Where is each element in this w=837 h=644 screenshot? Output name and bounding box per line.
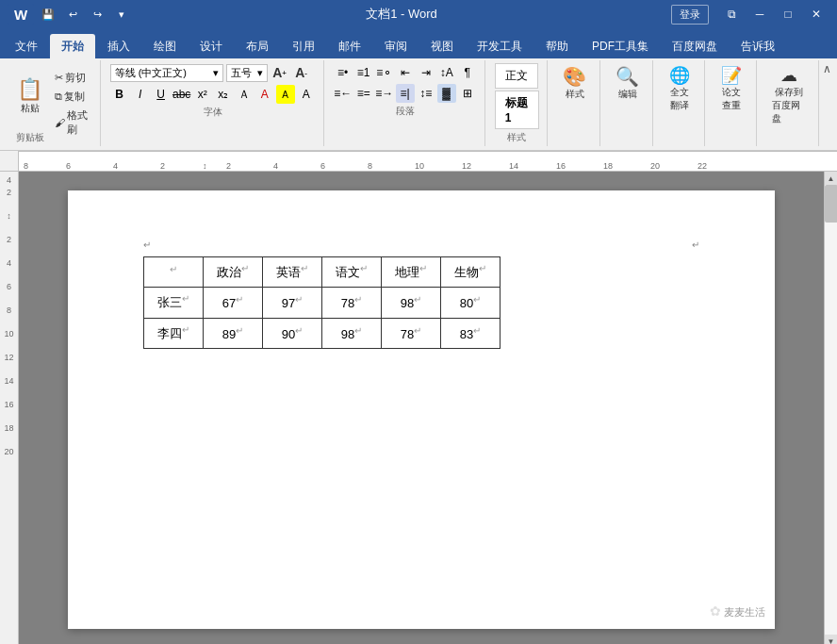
save-section: ☁ 保存到 百度网盘 bbox=[759, 60, 819, 146]
cell-zhangsan-geography[interactable]: 98↵ bbox=[382, 288, 441, 318]
sort-btn[interactable]: ↕A bbox=[437, 63, 456, 82]
paste-icon: 📋 bbox=[17, 77, 42, 102]
tab-developer[interactable]: 开发工具 bbox=[466, 34, 533, 58]
paper-check-btn[interactable]: 📝 论文 查重 bbox=[714, 63, 748, 114]
tab-help[interactable]: 帮助 bbox=[534, 34, 580, 58]
ribbon-collapse-btn[interactable]: ∧ bbox=[823, 62, 831, 75]
redo-quick-btn[interactable]: ↪ bbox=[87, 4, 107, 25]
tab-pdf[interactable]: PDF工具集 bbox=[581, 34, 660, 58]
cell-lisi-english[interactable]: 90↵ bbox=[263, 318, 322, 348]
tab-view[interactable]: 视图 bbox=[419, 34, 465, 58]
table-select-marker: ↵ bbox=[143, 239, 151, 250]
tab-design[interactable]: 设计 bbox=[189, 34, 234, 58]
tab-draw[interactable]: 绘图 bbox=[142, 34, 188, 58]
header-empty[interactable]: ↵ bbox=[144, 257, 204, 288]
multilevel-list-btn[interactable]: ≡⚬ bbox=[375, 63, 394, 82]
cut-button[interactable]: ✂ 剪切 bbox=[52, 70, 92, 86]
tab-review[interactable]: 审阅 bbox=[373, 34, 418, 58]
cell-zhangsan-politics[interactable]: 67↵ bbox=[204, 288, 263, 318]
align-center-btn[interactable]: ≡= bbox=[354, 84, 373, 103]
justify-btn[interactable]: ≡| bbox=[396, 84, 415, 103]
editing-btn[interactable]: 🔍 编辑 bbox=[610, 63, 645, 103]
scroll-down-btn[interactable]: ▼ bbox=[825, 635, 838, 644]
cell-lisi-politics[interactable]: 89↵ bbox=[204, 318, 263, 348]
tab-layout[interactable]: 布局 bbox=[235, 34, 280, 58]
window-options-btn[interactable]: ⧉ bbox=[718, 3, 745, 25]
save-baidu-btn[interactable]: ☁ 保存到 百度网盘 bbox=[766, 63, 811, 127]
cell-zhangsan-biology[interactable]: 80↵ bbox=[441, 288, 501, 318]
save-baidu-icon: ☁ bbox=[780, 65, 797, 86]
header-english[interactable]: 英语↵ bbox=[263, 257, 322, 288]
tab-references[interactable]: 引用 bbox=[281, 34, 326, 58]
tab-baidu[interactable]: 百度网盘 bbox=[661, 34, 729, 58]
scroll-up-btn[interactable]: ▲ bbox=[825, 172, 838, 185]
minimize-btn[interactable]: ─ bbox=[747, 3, 773, 25]
cell-lisi-chinese[interactable]: 98↵ bbox=[322, 318, 382, 348]
login-button[interactable]: 登录 bbox=[671, 5, 709, 25]
maximize-btn[interactable]: □ bbox=[775, 3, 801, 25]
cell-zhangsan-chinese[interactable]: 78↵ bbox=[322, 288, 382, 318]
bullet-list-btn[interactable]: ≡• bbox=[334, 63, 353, 82]
ruler-area: 8 6 4 2 ↕ 2 4 6 8 10 12 14 16 18 20 22 bbox=[0, 151, 837, 172]
tab-file[interactable]: 文件 bbox=[4, 34, 49, 58]
document-page[interactable]: ↵ ↵ ↵ 政治↵ 英语↵ 语文↵ 地理↵ 生物↵ 张三↵ 67↵ 97↵ 78… bbox=[68, 190, 775, 629]
cell-lisi-geography[interactable]: 78↵ bbox=[382, 318, 441, 348]
tab-tellme[interactable]: 告诉我 bbox=[730, 34, 786, 58]
header-politics[interactable]: 政治↵ bbox=[204, 257, 263, 288]
save-quick-btn[interactable]: 💾 bbox=[38, 4, 58, 25]
header-geography[interactable]: 地理↵ bbox=[382, 257, 441, 288]
tab-mailings[interactable]: 邮件 bbox=[327, 34, 372, 58]
font-color-btn[interactable]: A bbox=[255, 85, 274, 104]
align-right-btn[interactable]: ≡→ bbox=[375, 84, 394, 103]
styles-panel-btn[interactable]: 🎨 样式 bbox=[557, 63, 592, 103]
header-biology[interactable]: 生物↵ bbox=[441, 257, 501, 288]
italic-btn[interactable]: I bbox=[131, 85, 150, 104]
translate-icon: 🌐 bbox=[669, 65, 690, 86]
line-spacing-btn[interactable]: ↕≡ bbox=[417, 84, 435, 103]
header-chinese[interactable]: 语文↵ bbox=[322, 257, 382, 288]
customize-quick-btn[interactable]: ▾ bbox=[111, 4, 132, 25]
underline-btn[interactable]: U bbox=[152, 85, 171, 104]
bold-btn[interactable]: B bbox=[110, 85, 129, 104]
decrease-font-btn[interactable]: A- bbox=[292, 63, 311, 82]
font-name-dropdown[interactable]: 等线 (中文正文) ▾ bbox=[110, 64, 223, 82]
show-marks-btn[interactable]: ¶ bbox=[458, 63, 477, 82]
numbered-list-btn[interactable]: ≡1 bbox=[354, 63, 373, 82]
styles-label: 样式 bbox=[495, 129, 540, 144]
cell-zhangsan-english[interactable]: 97↵ bbox=[263, 288, 322, 318]
paste-button[interactable]: 📋 粘贴 bbox=[11, 75, 48, 117]
copy-button[interactable]: ⧉ 复制 bbox=[52, 89, 92, 105]
increase-font-btn[interactable]: A+ bbox=[271, 63, 289, 82]
table-row-lisi: 李四↵ 89↵ 90↵ 98↵ 78↵ 83↵ bbox=[144, 318, 501, 348]
strikethrough-btn[interactable]: abc bbox=[172, 85, 191, 104]
tab-insert[interactable]: 插入 bbox=[96, 34, 141, 58]
full-translate-btn[interactable]: 🌐 全文 翻译 bbox=[663, 63, 697, 114]
shading-btn[interactable]: ▓ bbox=[437, 84, 456, 103]
superscript-btn[interactable]: x² bbox=[193, 85, 212, 104]
undo-quick-btn[interactable]: ↩ bbox=[62, 4, 83, 25]
close-btn[interactable]: ✕ bbox=[803, 3, 829, 25]
border-btn[interactable]: ⊞ bbox=[458, 84, 477, 103]
align-left-btn[interactable]: ≡← bbox=[334, 84, 353, 103]
increase-indent-btn[interactable]: ⇥ bbox=[417, 63, 435, 82]
document-area[interactable]: ↵ ↵ ↵ 政治↵ 英语↵ 语文↵ 地理↵ 生物↵ 张三↵ 67↵ 97↵ 78… bbox=[19, 172, 824, 644]
scroll-thumb[interactable] bbox=[825, 185, 838, 223]
style-normal[interactable]: 正文 bbox=[495, 63, 538, 89]
decrease-indent-btn[interactable]: ⇤ bbox=[396, 63, 415, 82]
tab-home[interactable]: 开始 bbox=[50, 34, 95, 58]
scroll-track[interactable] bbox=[825, 185, 838, 635]
subscript-btn[interactable]: x₂ bbox=[214, 85, 233, 104]
table-row-zhangsan: 张三↵ 67↵ 97↵ 78↵ 98↵ 80↵ bbox=[144, 288, 501, 318]
data-table[interactable]: ↵ 政治↵ 英语↵ 语文↵ 地理↵ 生物↵ 张三↵ 67↵ 97↵ 78↵ 98… bbox=[143, 256, 501, 349]
clear-format-btn[interactable]: Ａ bbox=[235, 85, 254, 104]
font-size-dropdown[interactable]: 五号 ▾ bbox=[226, 64, 268, 82]
format-painter-button[interactable]: 🖌 格式刷 bbox=[52, 107, 92, 138]
text-effect-btn[interactable]: A bbox=[297, 85, 316, 104]
vertical-scrollbar[interactable]: ▲ ▼ bbox=[824, 172, 837, 644]
cell-lisi-biology[interactable]: 83↵ bbox=[441, 318, 501, 348]
cell-name-lisi[interactable]: 李四↵ bbox=[144, 318, 204, 348]
cell-name-zhangsan[interactable]: 张三↵ bbox=[144, 288, 204, 318]
paper-section: 📝 论文 查重 bbox=[707, 60, 757, 146]
highlight-btn[interactable]: A bbox=[276, 85, 295, 104]
style-heading1[interactable]: 标题1 bbox=[495, 91, 540, 129]
